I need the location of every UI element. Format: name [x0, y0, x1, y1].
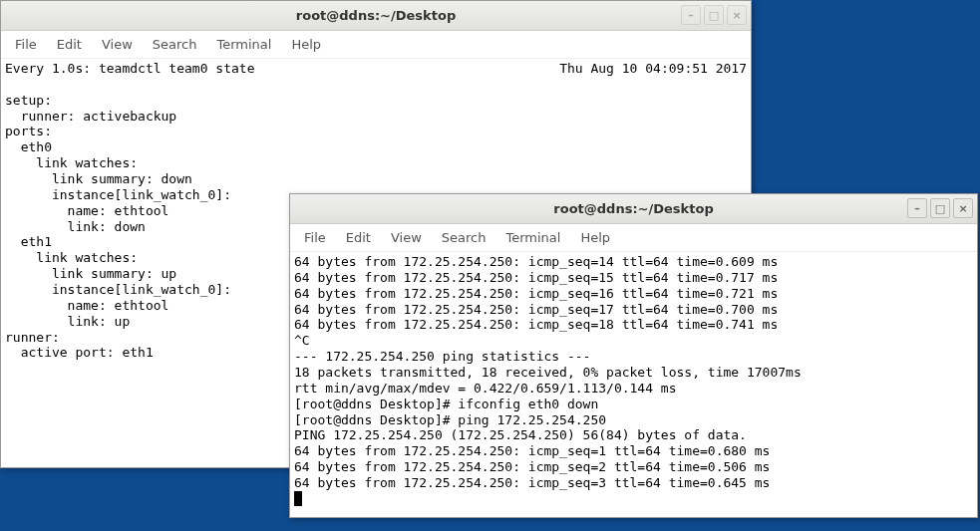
menu-edit[interactable]: Edit: [49, 34, 90, 55]
watch-command: Every 1.0s: teamdctl team0 state: [5, 61, 254, 77]
menu-terminal[interactable]: Terminal: [208, 34, 279, 55]
maximize-button[interactable]: □: [704, 5, 724, 25]
menu-edit[interactable]: Edit: [338, 227, 379, 248]
menu-view[interactable]: View: [383, 227, 430, 248]
watch-timestamp: Thu Aug 10 04:09:51 2017: [559, 61, 747, 77]
window-controls: – □ ×: [907, 198, 973, 218]
window-title: root@ddns:~/Desktop: [553, 201, 713, 216]
window-controls: – □ ×: [681, 5, 747, 25]
menu-view[interactable]: View: [94, 34, 141, 55]
menu-file[interactable]: File: [7, 34, 45, 55]
window-title: root@ddns:~/Desktop: [296, 8, 456, 23]
menubar: File Edit View Search Terminal Help: [290, 224, 977, 252]
minimize-button[interactable]: –: [681, 5, 701, 25]
menubar: File Edit View Search Terminal Help: [1, 31, 751, 59]
titlebar[interactable]: root@ddns:~/Desktop – □ ×: [290, 194, 977, 224]
titlebar[interactable]: root@ddns:~/Desktop – □ ×: [1, 1, 751, 31]
close-button[interactable]: ×: [953, 198, 973, 218]
cursor-icon: [294, 491, 302, 506]
watch-body: setup: runner: activebackup ports: eth0 …: [5, 93, 231, 361]
menu-help[interactable]: Help: [283, 34, 329, 55]
terminal-output[interactable]: 64 bytes from 172.25.254.250: icmp_seq=1…: [290, 252, 977, 517]
menu-search[interactable]: Search: [145, 34, 205, 55]
close-button[interactable]: ×: [727, 5, 747, 25]
maximize-button[interactable]: □: [930, 198, 950, 218]
menu-file[interactable]: File: [296, 227, 334, 248]
menu-search[interactable]: Search: [434, 227, 494, 248]
menu-terminal[interactable]: Terminal: [497, 227, 568, 248]
menu-help[interactable]: Help: [572, 227, 618, 248]
minimize-button[interactable]: –: [907, 198, 927, 218]
ping-output: 64 bytes from 172.25.254.250: icmp_seq=1…: [294, 254, 802, 490]
terminal-window-ping: root@ddns:~/Desktop – □ × File Edit View…: [289, 193, 978, 518]
